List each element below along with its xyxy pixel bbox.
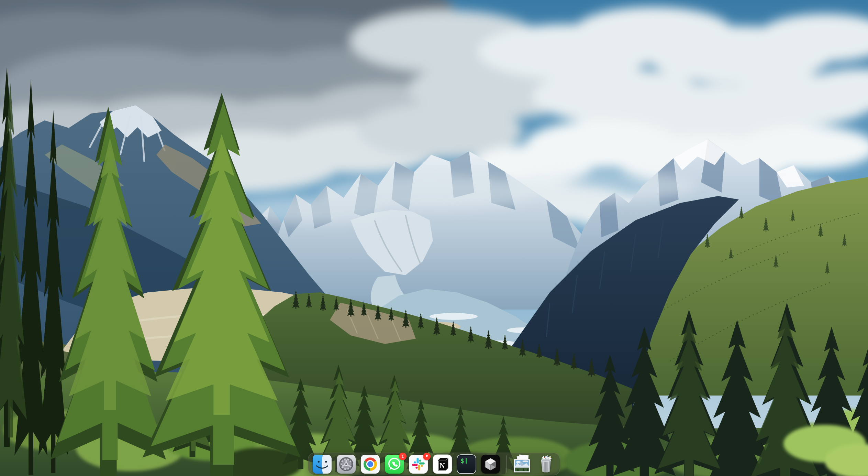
notion-dock-item[interactable]: N	[433, 454, 452, 474]
finder-dock-item[interactable]	[312, 454, 332, 474]
finder-icon	[312, 454, 332, 474]
wallpaper-image	[0, 0, 868, 476]
gear-icon	[336, 454, 356, 474]
slack-dock-item[interactable]: •	[409, 454, 428, 474]
trash-full-icon	[536, 454, 556, 474]
dock-separator	[506, 455, 507, 473]
cursor-icon	[481, 454, 500, 474]
chrome-dock-item[interactable]	[360, 454, 380, 474]
trash-icon-item[interactable]	[536, 454, 556, 474]
terminal-dock-item[interactable]: $	[457, 454, 476, 474]
downloads-photo-stack-icon	[512, 454, 532, 474]
chrome-icon	[360, 454, 380, 474]
whatsapp-dock-item[interactable]: 1	[385, 454, 404, 474]
terminal-caret	[466, 458, 467, 464]
system-settings-dock-item[interactable]	[336, 454, 356, 474]
downloads-stack-item[interactable]	[512, 454, 532, 474]
slack-badge: •	[423, 453, 431, 460]
notion-icon: N	[433, 454, 452, 474]
terminal-prompt: $	[460, 457, 464, 464]
notion-letter: N	[439, 461, 445, 469]
terminal-icon: $	[457, 454, 476, 474]
dock: 1 • N	[308, 453, 560, 475]
whatsapp-badge: 1	[399, 453, 407, 460]
cursor-dock-item[interactable]	[481, 454, 500, 474]
